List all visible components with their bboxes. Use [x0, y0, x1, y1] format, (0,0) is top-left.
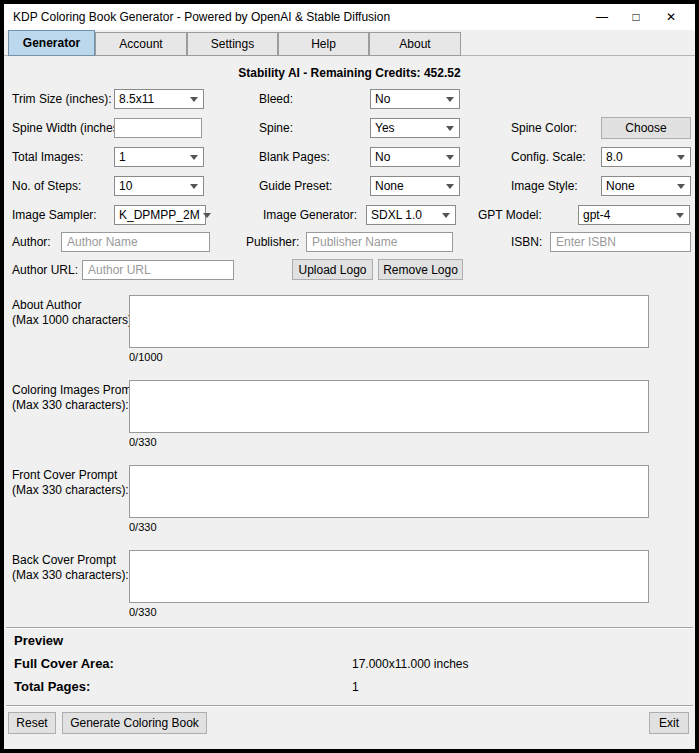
chevron-down-icon — [190, 155, 198, 160]
chevron-down-icon — [190, 184, 198, 189]
total-pages-value: 1 — [352, 680, 359, 694]
total-images-label: Total Images: — [12, 150, 83, 164]
generate-coloring-book-button[interactable]: Generate Coloring Book — [62, 712, 207, 734]
spine-color-label: Spine Color: — [511, 121, 577, 135]
image-sampler-select[interactable]: K_DPMPP_2M — [114, 205, 206, 225]
tab-help-label: Help — [311, 37, 336, 51]
gpt-model-select[interactable]: gpt-4 — [578, 205, 690, 225]
exit-button[interactable]: Exit — [649, 712, 689, 734]
isbn-input[interactable] — [550, 232, 691, 252]
config-scale-value: 8.0 — [606, 150, 623, 164]
trim-size-value: 8.5x11 — [119, 92, 154, 106]
spine-value: Yes — [375, 121, 395, 135]
remove-logo-button[interactable]: Remove Logo — [378, 259, 463, 280]
front-cover-counter: 0/330 — [129, 521, 157, 533]
upload-logo-button[interactable]: Upload Logo — [292, 259, 373, 280]
config-scale-label: Config. Scale: — [511, 150, 586, 164]
chevron-down-icon — [446, 155, 454, 160]
full-cover-area-value: 17.000x11.000 inches — [352, 657, 469, 671]
window-title: KDP Coloring Book Generator - Powered by… — [13, 10, 390, 24]
preview-heading: Preview — [14, 633, 63, 648]
about-author-limit: (Max 1000 characters): — [12, 313, 135, 328]
coloring-images-textarea[interactable] — [129, 380, 649, 433]
trim-size-label: Trim Size (inches): — [12, 92, 112, 106]
guide-preset-value: None — [375, 179, 404, 193]
tab-account[interactable]: Account — [95, 32, 187, 56]
maximize-button[interactable]: □ — [621, 4, 651, 30]
chevron-down-icon — [190, 97, 198, 102]
about-author-label: About Author (Max 1000 characters): — [12, 298, 135, 328]
author-input[interactable] — [61, 232, 210, 252]
num-steps-select[interactable]: 10 — [114, 176, 204, 196]
bleed-select[interactable]: No — [370, 89, 460, 109]
chevron-down-icon — [446, 126, 454, 131]
author-label: Author: — [12, 235, 51, 249]
spine-label: Spine: — [259, 121, 293, 135]
minimize-icon: — — [596, 10, 608, 24]
bleed-value: No — [375, 92, 390, 106]
image-generator-label: Image Generator: — [263, 208, 357, 222]
author-url-input[interactable] — [82, 260, 234, 280]
total-images-select[interactable]: 1 — [114, 147, 204, 167]
close-button[interactable]: ✕ — [655, 4, 687, 30]
isbn-label: ISBN: — [511, 235, 542, 249]
reset-button[interactable]: Reset — [8, 712, 56, 734]
front-cover-title: Front Cover Prompt — [12, 468, 129, 483]
blank-pages-label: Blank Pages: — [259, 150, 330, 164]
chevron-down-icon — [446, 97, 454, 102]
close-icon: ✕ — [666, 10, 676, 24]
total-images-value: 1 — [119, 150, 126, 164]
publisher-input[interactable] — [306, 232, 453, 252]
coloring-images-label: Coloring Images Prompt (Max 330 characte… — [12, 383, 141, 413]
tab-settings[interactable]: Settings — [187, 32, 278, 56]
front-cover-textarea[interactable] — [129, 465, 649, 518]
num-steps-value: 10 — [119, 179, 132, 193]
back-cover-textarea[interactable] — [129, 550, 649, 603]
tab-generator-label: Generator — [23, 36, 80, 50]
guide-preset-label: Guide Preset: — [259, 179, 332, 193]
image-generator-select[interactable]: SDXL 1.0 — [366, 205, 456, 225]
tab-about[interactable]: About — [369, 32, 461, 56]
back-cover-counter: 0/330 — [129, 606, 157, 618]
tab-generator[interactable]: Generator — [8, 30, 95, 56]
total-pages-label: Total Pages: — [14, 679, 90, 694]
publisher-label: Publisher: — [246, 235, 299, 249]
gpt-model-label: GPT Model: — [478, 208, 542, 222]
image-style-value: None — [606, 179, 635, 193]
tab-about-label: About — [399, 37, 430, 51]
bleed-label: Bleed: — [259, 92, 293, 106]
chevron-down-icon — [446, 184, 454, 189]
gpt-model-value: gpt-4 — [583, 208, 610, 222]
minimize-button[interactable]: — — [587, 4, 617, 30]
trim-size-select[interactable]: 8.5x11 — [114, 89, 204, 109]
config-scale-select[interactable]: 8.0 — [601, 147, 691, 167]
blank-pages-select[interactable]: No — [370, 147, 460, 167]
remaining-credits-text: Stability AI - Remaining Credits: 452.52 — [4, 66, 695, 80]
coloring-images-title: Coloring Images Prompt — [12, 383, 141, 398]
tab-settings-label: Settings — [211, 37, 254, 51]
maximize-icon: □ — [632, 10, 639, 24]
chevron-down-icon — [676, 213, 684, 218]
full-cover-area-label: Full Cover Area: — [14, 656, 114, 671]
spine-select[interactable]: Yes — [370, 118, 460, 138]
image-style-label: Image Style: — [511, 179, 578, 193]
spine-color-choose-button[interactable]: Choose — [601, 117, 691, 139]
author-url-label: Author URL: — [12, 263, 78, 277]
image-style-select[interactable]: None — [601, 176, 691, 196]
titlebar: KDP Coloring Book Generator - Powered by… — [4, 4, 695, 30]
about-author-title: About Author — [12, 298, 135, 313]
image-sampler-value: K_DPMPP_2M — [119, 208, 200, 222]
spine-width-label: Spine Width (inches): — [12, 121, 126, 135]
coloring-images-counter: 0/330 — [129, 436, 157, 448]
guide-preset-select[interactable]: None — [370, 176, 460, 196]
tab-help[interactable]: Help — [278, 32, 369, 56]
spine-width-input[interactable] — [114, 118, 202, 138]
about-author-counter: 0/1000 — [129, 351, 163, 363]
chevron-down-icon — [677, 184, 685, 189]
back-cover-limit: (Max 330 characters): — [12, 568, 129, 583]
num-steps-label: No. of Steps: — [12, 179, 81, 193]
front-cover-label: Front Cover Prompt (Max 330 characters): — [12, 468, 129, 498]
back-cover-label: Back Cover Prompt (Max 330 characters): — [12, 553, 129, 583]
chevron-down-icon — [442, 213, 450, 218]
about-author-textarea[interactable] — [129, 295, 649, 348]
